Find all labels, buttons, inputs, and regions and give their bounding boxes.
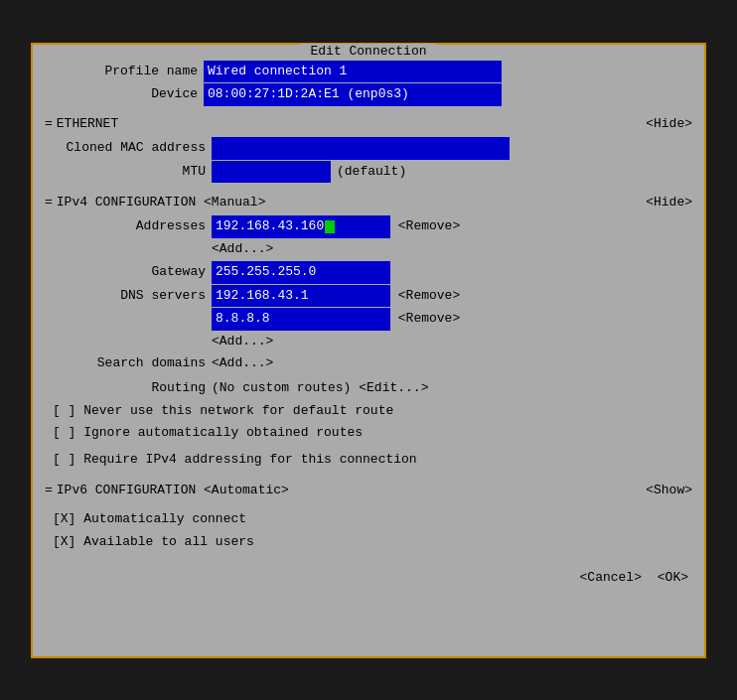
gateway-label: Gateway [53,262,212,283]
ipv4-mode-select[interactable]: <Manual> [204,193,265,213]
dns-label: DNS servers [53,286,212,307]
ipv6-toggle[interactable]: = [45,481,53,501]
mtu-default-text: (default) [337,162,406,183]
search-add-button[interactable]: <Add...> [212,353,273,374]
mtu-label: MTU [53,162,212,183]
dns-add-button[interactable]: <Add...> [212,332,273,352]
ipv6-show-button[interactable]: <Show> [646,481,692,501]
device-label: Device [45,84,204,105]
profile-name-input[interactable]: Wired connection 1 [204,61,502,83]
routing-label: Routing [53,378,212,399]
ipv4-section-label: IPv4 CONFIGURATION [57,193,196,213]
routing-edit-button[interactable]: <Edit...> [359,378,428,399]
device-input[interactable]: 08:00:27:1D:2A:E1 (enp0s3) [204,83,502,106]
cloned-mac-input[interactable] [212,137,510,160]
ok-button[interactable]: <OK> [658,570,688,585]
cursor [325,220,335,233]
dialog-window: Edit Connection Profile name Wired conne… [31,43,706,658]
address-remove-button[interactable]: <Remove> [398,216,460,237]
ethernet-hide-button[interactable]: <Hide> [646,114,692,135]
search-domains-label: Search domains [53,353,212,374]
cloned-mac-label: Cloned MAC address [53,138,212,159]
window-title: Edit Connection [300,44,436,59]
ipv4-toggle[interactable]: = [45,193,53,213]
dns1-input[interactable]: 192.168.43.1 [212,285,390,308]
dns2-remove-button[interactable]: <Remove> [398,309,460,330]
ethernet-section-label: ETHERNET [57,114,118,135]
ethernet-toggle[interactable]: = [45,114,53,135]
dns1-remove-button[interactable]: <Remove> [398,286,460,307]
dns2-input[interactable]: 8.8.8.8 [212,308,390,331]
auto-connect-checkbox[interactable]: [X] Automatically connect [53,509,246,530]
never-default-checkbox[interactable]: [ ] Never use this network for default r… [53,401,393,422]
address-input[interactable]: 192.168.43.160 [212,215,390,238]
profile-name-label: Profile name [45,62,204,82]
cancel-button[interactable]: <Cancel> [580,570,642,585]
ipv4-hide-button[interactable]: <Hide> [646,193,692,213]
gateway-input[interactable]: 255.255.255.0 [212,261,390,284]
address-add-button[interactable]: <Add...> [212,239,273,260]
ignore-routes-checkbox[interactable]: [ ] Ignore automatically obtained routes [53,423,363,444]
routing-value: (No custom routes) [212,378,351,399]
ipv6-mode-select[interactable]: <Automatic> [204,481,289,501]
mtu-input[interactable] [212,161,331,184]
ipv6-section-label: IPv6 CONFIGURATION [57,481,196,501]
addresses-label: Addresses [53,216,212,237]
require-ipv4-checkbox[interactable]: [ ] Require IPv4 addressing for this con… [53,450,417,471]
all-users-checkbox[interactable]: [X] Available to all users [53,532,254,553]
